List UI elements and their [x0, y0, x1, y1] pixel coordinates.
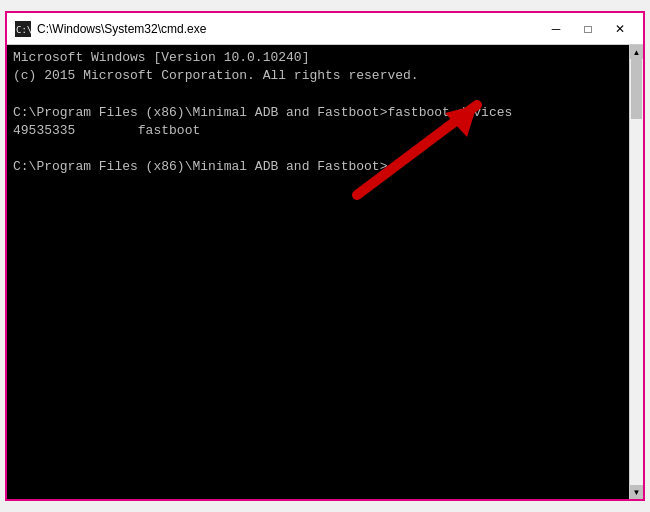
terminal-line [13, 85, 623, 103]
terminal-line: Microsoft Windows [Version 10.0.10240] [13, 49, 623, 67]
terminal-line: C:\Program Files (x86)\Minimal ADB and F… [13, 104, 623, 122]
scroll-down-arrow[interactable]: ▼ [630, 485, 644, 499]
scroll-track [630, 59, 643, 485]
scrollbar[interactable]: ▲ ▼ [629, 45, 643, 499]
terminal-output[interactable]: Microsoft Windows [Version 10.0.10240](c… [7, 45, 629, 499]
maximize-button[interactable]: □ [573, 18, 603, 40]
minimize-button[interactable]: ─ [541, 18, 571, 40]
terminal-line: C:\Program Files (x86)\Minimal ADB and F… [13, 158, 623, 176]
terminal-line: (c) 2015 Microsoft Corporation. All righ… [13, 67, 623, 85]
scroll-up-arrow[interactable]: ▲ [630, 45, 644, 59]
cmd-icon: C:\ [15, 21, 31, 37]
terminal-line [13, 140, 623, 158]
window-controls: ─ □ ✕ [541, 18, 635, 40]
window-title: C:\Windows\System32\cmd.exe [37, 22, 541, 36]
terminal-line: 49535335 fastboot [13, 122, 623, 140]
scroll-thumb[interactable] [631, 59, 642, 119]
close-button[interactable]: ✕ [605, 18, 635, 40]
window: C:\ C:\Windows\System32\cmd.exe ─ □ ✕ Mi… [5, 11, 645, 501]
svg-text:C:\: C:\ [16, 25, 31, 35]
title-bar: C:\ C:\Windows\System32\cmd.exe ─ □ ✕ [7, 13, 643, 45]
terminal-area: Microsoft Windows [Version 10.0.10240](c… [7, 45, 643, 499]
